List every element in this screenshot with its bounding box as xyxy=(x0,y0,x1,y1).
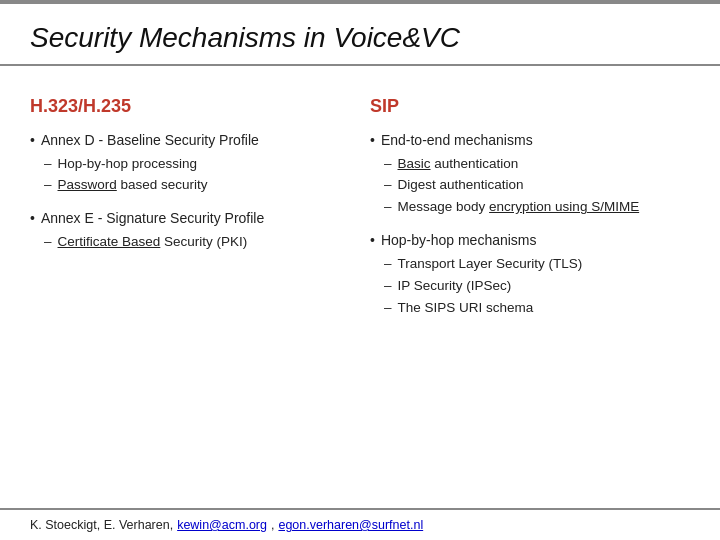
bullet-dot: • xyxy=(370,132,375,148)
list-item: • Annex D - Baseline Security Profile – … xyxy=(30,131,350,195)
list-item: – Password based security xyxy=(44,176,350,195)
sub-list: – Transport Layer Security (TLS) – IP Se… xyxy=(384,255,690,318)
left-column: H.323/H.235 • Annex D - Baseline Securit… xyxy=(30,96,350,498)
underline-text: Password xyxy=(58,177,117,192)
dash: – xyxy=(44,155,52,174)
footer-text: K. Stoeckigt, E. Verharen, xyxy=(30,518,173,532)
sub-item-text: Password based security xyxy=(58,176,208,195)
underline-text: Basic xyxy=(398,156,431,171)
footer: K. Stoeckigt, E. Verharen, kewin@acm.org… xyxy=(0,508,720,540)
underline-text: Certificate Based xyxy=(58,234,161,249)
bullet-text: Annex D - Baseline Security Profile xyxy=(41,131,259,151)
list-item: – The SIPS URI schema xyxy=(384,299,690,318)
dash: – xyxy=(384,198,392,217)
sub-item-text: Digest authentication xyxy=(398,176,524,195)
sub-item-text: The SIPS URI schema xyxy=(398,299,534,318)
sub-list: – Hop-by-hop processing – Password based… xyxy=(44,155,350,196)
bullet-text: End-to-end mechanisms xyxy=(381,131,533,151)
footer-link-1[interactable]: kewin@acm.org xyxy=(177,518,267,532)
footer-link-2[interactable]: egon.verharen@surfnet.nl xyxy=(278,518,423,532)
left-column-heading: H.323/H.235 xyxy=(30,96,350,117)
dash: – xyxy=(384,277,392,296)
list-item: – Basic authentication xyxy=(384,155,690,174)
list-item: – Message body encryption using S/MIME xyxy=(384,198,690,217)
underline-text: encryption using S/MIME xyxy=(489,199,639,214)
list-item: – Transport Layer Security (TLS) xyxy=(384,255,690,274)
sub-item-text: Basic authentication xyxy=(398,155,519,174)
list-item: – Hop-by-hop processing xyxy=(44,155,350,174)
sub-list: – Certificate Based Security (PKI) xyxy=(44,233,350,252)
slide: Security Mechanisms in Voice&VC H.323/H.… xyxy=(0,0,720,540)
dash: – xyxy=(384,155,392,174)
list-item: – IP Security (IPSec) xyxy=(384,277,690,296)
dash: – xyxy=(384,299,392,318)
list-item: • End-to-end mechanisms – Basic authenti… xyxy=(370,131,690,217)
list-item: – Digest authentication xyxy=(384,176,690,195)
sub-item-text: Message body encryption using S/MIME xyxy=(398,198,640,217)
dash: – xyxy=(384,176,392,195)
sub-item-text: IP Security (IPSec) xyxy=(398,277,512,296)
right-column-list: • End-to-end mechanisms – Basic authenti… xyxy=(370,131,690,332)
list-item: – Certificate Based Security (PKI) xyxy=(44,233,350,252)
content-area: H.323/H.235 • Annex D - Baseline Securit… xyxy=(0,66,720,508)
footer-separator: , xyxy=(271,518,274,532)
sub-list: – Basic authentication – Digest authenti… xyxy=(384,155,690,218)
bullet-dot: • xyxy=(30,132,35,148)
list-item: • Annex E - Signature Security Profile –… xyxy=(30,209,350,251)
dash: – xyxy=(384,255,392,274)
left-column-list: • Annex D - Baseline Security Profile – … xyxy=(30,131,350,266)
bullet-text: Annex E - Signature Security Profile xyxy=(41,209,264,229)
sub-item-text: Hop-by-hop processing xyxy=(58,155,198,174)
sub-item-text: Certificate Based Security (PKI) xyxy=(58,233,248,252)
bullet-text: Hop-by-hop mechanisms xyxy=(381,231,537,251)
title-area: Security Mechanisms in Voice&VC xyxy=(0,4,720,66)
list-item: • Hop-by-hop mechanisms – Transport Laye… xyxy=(370,231,690,317)
sub-item-text: Transport Layer Security (TLS) xyxy=(398,255,583,274)
bullet-dot: • xyxy=(370,232,375,248)
dash: – xyxy=(44,233,52,252)
bullet-dot: • xyxy=(30,210,35,226)
right-column: SIP • End-to-end mechanisms – Basic auth… xyxy=(370,96,690,498)
dash: – xyxy=(44,176,52,195)
slide-title: Security Mechanisms in Voice&VC xyxy=(30,22,690,54)
right-column-heading: SIP xyxy=(370,96,690,117)
